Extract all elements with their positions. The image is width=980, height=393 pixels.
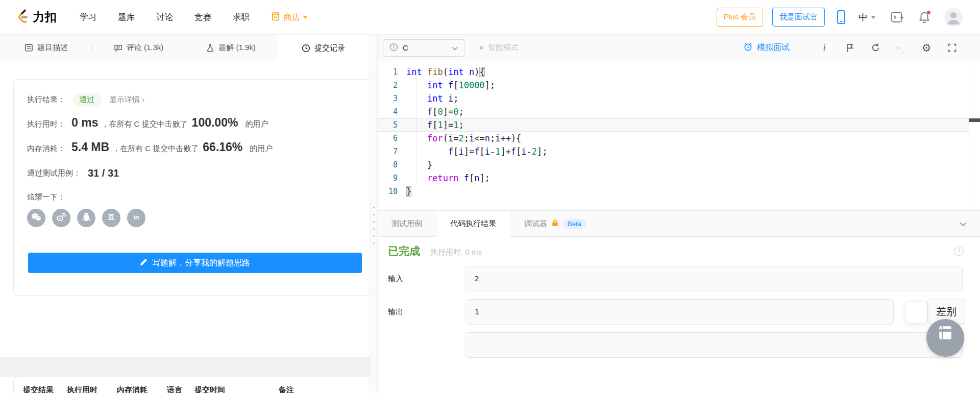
- left-content: 添加备注 执行结果： 通过 显示详情 › 执行用时： 0 ms ，在所有 C 提…: [0, 61, 370, 393]
- section-gap: [0, 357, 370, 377]
- share-linkedin-icon[interactable]: in: [127, 209, 145, 227]
- code-line-3: 3 int i;: [378, 92, 969, 105]
- runtime-row: 执行用时： 0 ms ，在所有 C 提交中击败了 100.00% 的用户: [27, 116, 370, 132]
- line-number: 3: [378, 92, 406, 105]
- submissions-table: 提交结果执行用时内存消耗语言提交时间备注通过0 ms5.4 MBC2022/02…: [14, 377, 370, 393]
- result-card: 执行结果： 通过 显示详情 › 执行用时： 0 ms ，在所有 C 提交中击败了…: [13, 79, 370, 296]
- notification-dot: [926, 10, 931, 15]
- tab-comments[interactable]: 评论 (1.3k): [92, 35, 185, 61]
- user-avatar[interactable]: [944, 8, 963, 27]
- svg-text:豆: 豆: [108, 213, 115, 221]
- share-qq-icon[interactable]: [77, 209, 95, 227]
- mock-interview-button[interactable]: 模拟面试: [743, 42, 790, 54]
- playground-icon[interactable]: [891, 11, 904, 23]
- console-tab-testcase-label: 测试用例: [391, 219, 422, 229]
- console-tab-testcase[interactable]: 测试用例: [378, 211, 436, 236]
- console-shortcut-icon[interactable]: >_: [888, 44, 914, 52]
- line-number: 7: [378, 145, 406, 158]
- collapse-console-icon[interactable]: [960, 219, 967, 229]
- output-label: 输出: [388, 307, 465, 317]
- leetcode-logo-icon: [15, 8, 29, 27]
- nav-item-discuss[interactable]: 讨论: [156, 12, 173, 21]
- run-status-row: 已完成 执行用时: 0 ms: [388, 244, 965, 258]
- right-panel: C 智能模式 模拟面试: [378, 35, 980, 393]
- memory-percent: 66.16%: [203, 140, 242, 154]
- tab-description[interactable]: 题目描述: [0, 35, 92, 61]
- column-header: 提交结果: [14, 377, 58, 393]
- share-weibo-icon[interactable]: [52, 209, 70, 227]
- interviewer-button[interactable]: 我是面试官: [772, 8, 825, 27]
- nav-item-problems[interactable]: 题库: [118, 12, 135, 21]
- nav-item-store[interactable]: 商店: [271, 12, 307, 23]
- write-solution-button[interactable]: 写题解，分享我的解题思路: [28, 253, 362, 273]
- column-header: 语言: [158, 377, 185, 393]
- smart-mode-indicator[interactable]: 智能模式: [480, 43, 519, 53]
- console-tab-debugger[interactable]: 调试器Beta: [510, 211, 600, 236]
- diff-toggle-square[interactable]: [905, 301, 927, 324]
- editor-flag-icon[interactable]: [837, 43, 863, 53]
- pencil-icon: [140, 258, 148, 268]
- tab-submissions-label: 提交记录: [314, 43, 345, 53]
- tab-solutions-label: 题解 (1.9k): [218, 43, 256, 53]
- leetcode-app: 力扣 学习题库讨论竞赛求职 商店 Plus 会员 我是面试官 中: [0, 0, 980, 393]
- panel-resize-handle[interactable]: [370, 35, 378, 393]
- console-tab-run-result-label: 代码执行结果: [450, 219, 496, 229]
- column-header: 备注: [270, 377, 370, 393]
- chevron-down-icon: [452, 43, 458, 52]
- nav-left: 力扣 学习题库讨论竞赛求职 商店: [15, 8, 307, 27]
- share-wechat-icon[interactable]: [27, 209, 45, 227]
- tab-submissions[interactable]: 提交记录: [277, 35, 370, 61]
- floating-book-button[interactable]: [926, 319, 964, 357]
- column-header: 执行用时: [58, 377, 108, 393]
- book-icon: [938, 325, 952, 342]
- store-icon: [271, 12, 280, 23]
- memory-beat-prefix: ，在所有 C 提交中击败了: [112, 144, 199, 154]
- help-icon[interactable]: ?: [954, 246, 964, 256]
- settings-gear-icon[interactable]: ⚙: [914, 42, 939, 53]
- editor-info-icon[interactable]: i: [812, 42, 837, 53]
- share-row: 炫耀一下：: [27, 191, 370, 203]
- share-douban-icon[interactable]: 豆: [102, 209, 120, 227]
- language-selector[interactable]: C: [383, 39, 464, 57]
- leetcode-logo[interactable]: 力扣: [15, 8, 57, 27]
- status-badge[interactable]: 通过: [72, 93, 101, 107]
- memory-label: 内存消耗：: [27, 144, 65, 154]
- nav-item-jobs[interactable]: 求职: [233, 12, 250, 21]
- nav-right: Plus 会员 我是面试官 中: [717, 8, 963, 27]
- fullscreen-icon[interactable]: [939, 43, 965, 52]
- nav-item-learn[interactable]: 学习: [80, 12, 96, 21]
- show-detail-link[interactable]: 显示详情 ›: [109, 95, 144, 105]
- douban-icon: 豆: [106, 212, 116, 224]
- result-status-row: 执行结果： 通过 显示详情 ›: [27, 93, 370, 107]
- mobile-app-icon[interactable]: [837, 10, 845, 24]
- notifications-bell-icon[interactable]: [919, 11, 930, 23]
- run-status: 已完成: [388, 244, 420, 258]
- expected-value-box[interactable]: [465, 332, 963, 358]
- line-number: 4: [378, 105, 406, 118]
- console-tabbar: 测试用例代码执行结果调试器Beta: [378, 210, 980, 237]
- code-line-2: 2 int f[10000];: [378, 79, 969, 92]
- code-line-1: 1int fib(int n){: [378, 65, 969, 79]
- input-value-box[interactable]: 2: [465, 266, 963, 291]
- reset-code-icon[interactable]: [863, 43, 888, 53]
- main-split: 题目描述评论 (1.3k)题解 (1.9k)提交记录 添加备注 执行结果： 通过…: [0, 35, 980, 393]
- overview-ruler: [969, 61, 969, 210]
- beta-badge: Beta: [563, 219, 586, 229]
- runtime-beat-prefix: ，在所有 C 提交中击败了: [101, 119, 187, 129]
- runtime-label: 执行用时：: [27, 119, 65, 129]
- language-switch[interactable]: 中: [859, 11, 875, 23]
- input-label: 输入: [388, 274, 465, 284]
- line-number: 5: [378, 118, 406, 132]
- line-number: 8: [378, 158, 406, 171]
- output-value-box[interactable]: 1: [465, 299, 894, 325]
- mode-label: 智能模式: [488, 43, 519, 53]
- code-line-10: 10}: [378, 185, 969, 198]
- code-editor[interactable]: 1int fib(int n){2 int f[10000];3 int i;4…: [378, 61, 980, 210]
- console-tab-run-result[interactable]: 代码执行结果: [436, 211, 510, 237]
- plus-member-button[interactable]: Plus 会员: [717, 8, 763, 27]
- language-switch-label: 中: [859, 11, 868, 23]
- tab-solutions[interactable]: 题解 (1.9k): [185, 35, 277, 61]
- nav-item-contest[interactable]: 竞赛: [194, 12, 211, 21]
- comment-icon: [114, 43, 122, 52]
- run-runtime: 执行用时: 0 ms: [430, 248, 482, 257]
